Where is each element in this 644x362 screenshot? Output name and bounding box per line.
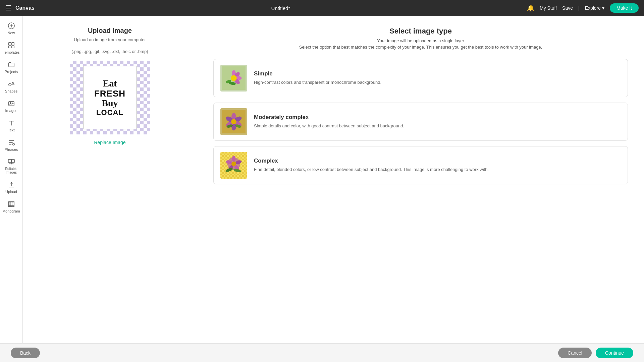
upload-panel: Upload Image Upload an image from your c… <box>23 16 197 343</box>
simple-type-desc: High-contrast colors and transparent or … <box>254 79 621 86</box>
svg-rect-4 <box>11 43 14 45</box>
sidebar-item-editable-images[interactable]: Editable Images <box>0 155 22 178</box>
complex-flower-svg <box>222 154 246 177</box>
document-title: Untitled* <box>271 5 290 11</box>
monogram-icon <box>8 200 15 208</box>
svg-rect-20 <box>8 205 14 207</box>
image-preview: Eat FRESH Buy LOCAL <box>83 66 137 129</box>
moderate-type-info: Moderately complex Simple details and co… <box>254 114 621 129</box>
notification-bell-icon[interactable]: 🔔 <box>527 4 534 12</box>
complex-type-desc: Fine detail, blended colors, or low cont… <box>254 166 621 173</box>
folder-icon <box>8 61 15 68</box>
chevron-down-icon: ▾ <box>602 5 604 11</box>
sidebar-item-shapes[interactable]: Shapes <box>0 77 22 97</box>
bottom-right-buttons: Cancel Continue <box>558 348 633 358</box>
plus-icon <box>8 22 15 29</box>
moderate-thumbnail <box>220 108 247 135</box>
upload-subtitle-line2: (.png, .jpg, .gif, .svg, .dxf, .heic or … <box>71 49 148 54</box>
sidebar-item-label: Templates <box>3 50 19 54</box>
svg-point-10 <box>10 103 11 104</box>
simple-type-info: Simple High-contrast colors and transpar… <box>254 70 621 86</box>
sidebar-item-label: Text <box>8 128 14 132</box>
sidebar-item-images[interactable]: Images <box>0 97 22 116</box>
back-button[interactable]: Back <box>11 348 40 358</box>
shapes-icon <box>8 80 15 88</box>
replace-image-button[interactable]: Replace Image <box>94 140 125 145</box>
moderate-flower-svg <box>222 110 246 133</box>
svg-point-41 <box>232 156 236 162</box>
sidebar: New Templates Projects Shapes <box>0 16 23 343</box>
select-image-type-title: Select image type <box>213 27 628 36</box>
make-it-button[interactable]: Make It <box>610 3 639 13</box>
complex-thumbnail <box>220 152 247 179</box>
complex-type-info: Complex Fine detail, blended colors, or … <box>254 158 621 173</box>
sidebar-item-templates[interactable]: Templates <box>0 38 22 58</box>
topnav: ☰ Canvas Untitled* 🔔 My Stuff Save | Exp… <box>0 0 644 16</box>
complex-type-name: Complex <box>254 158 621 164</box>
divider: | <box>578 5 580 11</box>
sidebar-item-projects[interactable]: Projects <box>0 58 22 77</box>
my-stuff-link[interactable]: My Stuff <box>540 5 557 11</box>
bottom-bar: Back Cancel Continue <box>0 343 644 362</box>
save-button[interactable]: Save <box>562 5 573 11</box>
select-panel: Select image type Your image will be upl… <box>197 16 644 343</box>
images-icon <box>8 100 15 107</box>
app-logo: Canvas <box>15 5 35 11</box>
svg-rect-3 <box>8 43 11 45</box>
simple-flower-svg <box>222 66 246 90</box>
select-subtitle-1: Your image will be uploaded as a single … <box>213 38 628 43</box>
svg-rect-6 <box>11 46 14 48</box>
svg-rect-5 <box>8 46 11 48</box>
svg-rect-19 <box>8 202 14 203</box>
sidebar-item-label: Images <box>5 109 17 113</box>
image-type-moderate[interactable]: Moderately complex Simple details and co… <box>213 103 628 141</box>
svg-point-46 <box>231 162 236 166</box>
image-type-complex[interactable]: Complex Fine detail, blended colors, or … <box>213 146 628 184</box>
preview-image-text: Eat FRESH Buy LOCAL <box>94 78 125 117</box>
simple-type-name: Simple <box>254 70 621 77</box>
moderate-type-desc: Simple details and color, with good cont… <box>254 123 621 129</box>
cancel-button[interactable]: Cancel <box>558 348 592 358</box>
templates-icon <box>8 42 15 49</box>
editable-images-icon <box>8 158 15 166</box>
phrases-icon <box>8 139 15 146</box>
upload-title: Upload Image <box>88 27 132 35</box>
svg-point-26 <box>231 75 237 81</box>
sidebar-item-monogram[interactable]: Monogram <box>0 197 22 217</box>
sidebar-item-upload[interactable]: Upload <box>0 178 22 197</box>
svg-point-7 <box>8 83 11 86</box>
sidebar-item-new[interactable]: New <box>0 19 22 38</box>
upload-subtitle-line1: Upload an image from your computer <box>74 37 146 42</box>
sidebar-item-label: Editable Images <box>1 167 21 174</box>
svg-rect-15 <box>11 160 14 163</box>
moderate-type-name: Moderately complex <box>254 114 621 121</box>
image-type-simple[interactable]: Simple High-contrast colors and transpar… <box>213 59 628 97</box>
sidebar-item-phrases[interactable]: Phrases <box>0 135 22 155</box>
simple-thumbnail <box>220 65 247 92</box>
text-icon <box>8 119 15 127</box>
svg-point-13 <box>12 143 14 145</box>
sidebar-item-label: New <box>7 31 15 35</box>
svg-rect-17 <box>11 202 12 207</box>
sidebar-item-label: Phrases <box>4 147 18 152</box>
explore-button[interactable]: Explore ▾ <box>585 5 604 11</box>
svg-marker-8 <box>11 82 14 85</box>
svg-rect-14 <box>8 160 11 163</box>
main-layout: New Templates Projects Shapes <box>0 16 644 343</box>
upload-icon <box>8 181 15 188</box>
content-area: Upload Image Upload an image from your c… <box>23 16 644 343</box>
sidebar-item-label: Monogram <box>2 209 20 213</box>
upload-preview-area: Eat FRESH Buy LOCAL <box>70 61 150 134</box>
sidebar-item-label: Projects <box>5 70 18 74</box>
menu-icon[interactable]: ☰ <box>5 4 11 12</box>
sidebar-item-text[interactable]: Text <box>0 116 22 135</box>
select-subtitle-2: Select the option that best matches the … <box>213 45 628 50</box>
svg-point-36 <box>231 119 236 124</box>
continue-button[interactable]: Continue <box>596 348 633 358</box>
sidebar-item-label: Upload <box>5 190 17 194</box>
sidebar-item-label: Shapes <box>5 89 17 93</box>
